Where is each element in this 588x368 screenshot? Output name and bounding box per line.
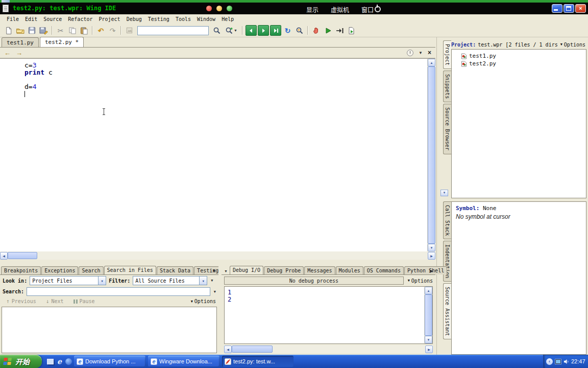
redo-button[interactable]: ↷ bbox=[107, 25, 118, 36]
recent-files-icon[interactable] bbox=[407, 50, 413, 56]
debug-output[interactable]: 12 bbox=[225, 287, 424, 343]
volume-icon[interactable] bbox=[564, 359, 569, 364]
tab-debug-probe[interactable]: Debug Probe bbox=[264, 266, 304, 274]
run-to-cursor-button[interactable] bbox=[334, 25, 346, 36]
project-file-tree[interactable]: test1.pytest2.py bbox=[451, 49, 586, 198]
power-icon[interactable] bbox=[375, 6, 381, 12]
scroll-down-icon[interactable]: ▼ bbox=[428, 244, 435, 251]
inspect-button[interactable] bbox=[293, 25, 305, 36]
nav-forward-button[interactable] bbox=[258, 25, 269, 36]
scrollbar-thumb[interactable] bbox=[232, 346, 273, 353]
menu-testing[interactable]: Testing bbox=[148, 16, 169, 22]
tab-overflow-icon[interactable]: ▶ bbox=[428, 268, 435, 274]
scrollbar-thumb[interactable] bbox=[425, 294, 432, 336]
history-back-icon[interactable]: ← bbox=[4, 50, 11, 56]
new-file-button[interactable] bbox=[3, 25, 14, 36]
vtab-scroll-down-icon[interactable]: ▼ bbox=[440, 190, 448, 196]
debug-file-button[interactable] bbox=[346, 25, 357, 36]
tab-debug-i-o[interactable]: Debug I/O bbox=[230, 266, 263, 274]
mac-zoom-light[interactable] bbox=[227, 6, 232, 11]
chevron-down-icon[interactable]: ▼ bbox=[199, 277, 207, 285]
vtab-call-stack[interactable]: Call Stack bbox=[443, 201, 451, 239]
code-editor[interactable]: c=3print cd=4 ▲ ▼ bbox=[0, 58, 435, 251]
tab-search-in-files[interactable]: Search in Files bbox=[104, 266, 156, 274]
start-debug-button[interactable] bbox=[322, 25, 334, 36]
scroll-right-icon[interactable]: ▶ bbox=[425, 346, 433, 353]
find-in-files-button[interactable]: ▼ bbox=[223, 25, 240, 36]
scroll-up-icon[interactable]: ▲ bbox=[425, 287, 432, 294]
save-all-button[interactable] bbox=[38, 25, 50, 36]
debug-options-dropdown[interactable]: ▼Options bbox=[408, 278, 433, 284]
task-button-download-python[interactable]: eDownload Python ... bbox=[74, 356, 145, 367]
tab-exceptions[interactable]: Exceptions bbox=[41, 266, 78, 274]
filter-select[interactable]: All Source Files ▼ bbox=[133, 276, 207, 285]
nav-last-button[interactable] bbox=[270, 25, 281, 36]
history-forward-icon[interactable]: → bbox=[16, 50, 22, 56]
refresh-button[interactable]: ↻ bbox=[282, 25, 293, 36]
toolbar-misc-button[interactable] bbox=[124, 25, 135, 36]
chevron-down-icon[interactable]: ▼ bbox=[98, 277, 106, 285]
menu-edit[interactable]: Edit bbox=[25, 16, 37, 22]
debug-hscrollbar[interactable]: ◀ ▶ bbox=[224, 345, 433, 353]
tab-python-shell[interactable]: Python Shell bbox=[404, 266, 447, 274]
scroll-up-icon[interactable]: ▲ bbox=[428, 59, 435, 66]
editor-close-icon[interactable]: × bbox=[428, 50, 431, 56]
scrollbar-thumb[interactable] bbox=[428, 66, 435, 244]
mac-close-light[interactable] bbox=[206, 6, 212, 11]
vtab-source-assistant[interactable]: Source Assistant bbox=[443, 283, 451, 339]
tab-modules[interactable]: Modules bbox=[336, 266, 363, 274]
scroll-left-icon[interactable]: ◀ bbox=[0, 252, 8, 260]
internet-explorer-icon[interactable]: e bbox=[57, 358, 62, 365]
search-history-chevron-icon[interactable]: ▼ bbox=[214, 290, 216, 294]
close-button[interactable]: × bbox=[575, 4, 586, 13]
cut-button[interactable]: ✂ bbox=[55, 25, 66, 36]
menu-help[interactable]: Help bbox=[222, 16, 234, 22]
find-button[interactable] bbox=[211, 25, 223, 36]
tab-stack-data[interactable]: Stack Data bbox=[157, 266, 193, 274]
search-options-dropdown[interactable]: ▼Options bbox=[191, 298, 216, 304]
editor-tab-test1-py[interactable]: test1.py bbox=[2, 37, 39, 47]
menu-source[interactable]: Source bbox=[43, 16, 62, 22]
undo-button[interactable]: ↶ bbox=[95, 25, 107, 36]
open-file-button[interactable] bbox=[14, 25, 26, 36]
scroll-left-icon[interactable]: ◀ bbox=[224, 346, 232, 353]
maximize-button[interactable] bbox=[564, 4, 574, 13]
tab-messages[interactable]: Messages bbox=[304, 266, 335, 274]
editor-menu-chevron-icon[interactable]: ▼ bbox=[419, 51, 423, 55]
tab-breakpoints[interactable]: Breakpoints bbox=[1, 266, 41, 274]
vm-menu-[interactable]: 窗口 bbox=[361, 5, 374, 14]
tray-collapse-icon[interactable]: ‹ bbox=[546, 358, 553, 365]
menu-project[interactable]: Project bbox=[99, 16, 120, 22]
vtab-source-browser[interactable]: Source Browser bbox=[443, 104, 451, 154]
panel-menu-chevron-icon[interactable]: ▼ bbox=[210, 268, 218, 274]
vtab-ind-entation[interactable]: Ind­entation bbox=[443, 241, 451, 282]
scroll-right-icon[interactable]: ▶ bbox=[428, 252, 435, 260]
mac-minimize-light[interactable] bbox=[216, 6, 222, 11]
editor-tab-test2-py[interactable]: test2.py * bbox=[40, 37, 84, 47]
scope-options-chevron-icon[interactable]: ▼ bbox=[211, 279, 213, 283]
save-button[interactable] bbox=[26, 25, 38, 36]
menu-file[interactable]: File bbox=[7, 16, 19, 22]
tab-os-commands[interactable]: OS Commands bbox=[364, 266, 404, 274]
nav-back-button[interactable] bbox=[246, 25, 257, 36]
editor-vscrollbar[interactable]: ▲ ▼ bbox=[427, 59, 435, 251]
search-results-area[interactable] bbox=[2, 307, 217, 353]
task-button-wingware-downloa[interactable]: eWingware Downloa... bbox=[148, 356, 219, 367]
search-input[interactable] bbox=[27, 287, 210, 296]
show-desktop-icon[interactable] bbox=[47, 359, 54, 364]
vtab-project[interactable]: Project bbox=[443, 40, 451, 69]
minimize-button[interactable] bbox=[552, 4, 562, 13]
menu-refactor[interactable]: Refactor bbox=[68, 16, 92, 22]
copy-button[interactable] bbox=[66, 25, 78, 36]
vtab-snippets[interactable]: Snippets bbox=[443, 71, 451, 102]
break-button[interactable] bbox=[310, 25, 322, 36]
task-button-test2-py-test-w[interactable]: test2.py: test.w... bbox=[222, 356, 293, 367]
editor-hscrollbar[interactable]: ◀ ▶ bbox=[0, 251, 435, 260]
project-options-dropdown[interactable]: ▼Options bbox=[560, 42, 585, 48]
look-in-select[interactable]: Project Files ▼ bbox=[30, 276, 106, 285]
vm-menu-[interactable]: 显示 bbox=[306, 5, 318, 14]
scrollbar-thumb[interactable] bbox=[8, 252, 37, 259]
project-file-test2-py[interactable]: test2.py bbox=[453, 60, 585, 67]
menu-window[interactable]: Window bbox=[197, 16, 215, 22]
media-player-icon[interactable] bbox=[65, 358, 72, 365]
